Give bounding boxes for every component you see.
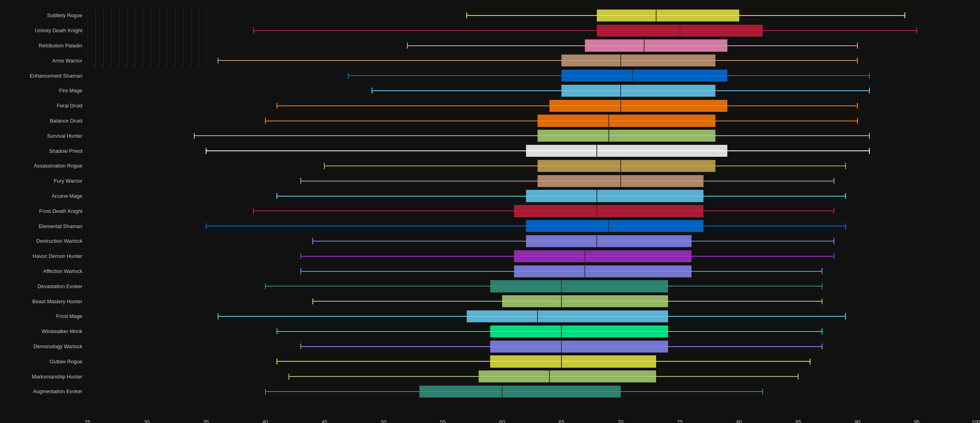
box-rect [514, 265, 692, 277]
median-line [502, 386, 503, 398]
y-label: Frost Death Knight [0, 203, 86, 218]
y-label: Elemental Shaman [0, 218, 86, 234]
median-line [608, 115, 609, 127]
median-line [608, 130, 609, 142]
whisker-cap [288, 374, 289, 380]
whisker-cap [218, 313, 218, 319]
whisker-cap [857, 103, 858, 109]
y-label: Fire Mage [0, 83, 86, 98]
y-label: Demonology Warlock [0, 339, 86, 354]
whisker-cap [372, 88, 372, 94]
x-axis-tick: 90 [855, 419, 860, 423]
y-label: Marksmanship Hunter [0, 369, 86, 384]
box-rect [514, 205, 703, 217]
whisker-cap [194, 133, 195, 139]
whisker-line [253, 30, 917, 31]
median-line [596, 190, 597, 202]
x-axis-tick: 55 [440, 419, 446, 423]
y-label: Augmentation Evoker [0, 384, 86, 399]
box-rect [526, 220, 704, 232]
y-label: Fury Warrior [0, 173, 86, 189]
whisker-cap [265, 283, 266, 289]
x-axis-tick: 35 [203, 419, 208, 423]
y-labels: Subtlety RogueUnholy Death KnightRetribu… [0, 8, 86, 399]
whisker-line [218, 60, 858, 61]
whisker-cap [312, 238, 313, 244]
whisker-cap [857, 43, 858, 49]
median-line [620, 175, 621, 187]
box-rect [419, 386, 621, 398]
x-axis-tick: 25 [85, 419, 90, 423]
whisker-cap [869, 133, 870, 139]
median-line [620, 85, 621, 97]
whisker-line [194, 135, 869, 136]
y-label: Retribution Paladin [0, 38, 86, 53]
whisker-cap [822, 343, 822, 349]
box-rect [561, 55, 715, 66]
box-rect [538, 130, 715, 142]
y-label: Destruction Warlock [0, 234, 86, 249]
whisker-cap [206, 223, 207, 229]
box-rect [490, 280, 668, 292]
x-axis-tick: 100 [972, 419, 980, 423]
median-line [596, 145, 597, 157]
box-rect [526, 145, 727, 157]
y-label: Havoc Demon Hunter [0, 249, 86, 264]
x-axis-tick: 60 [499, 419, 505, 423]
whisker-cap [869, 148, 870, 154]
whisker-cap [822, 328, 822, 334]
box-rect [490, 355, 656, 367]
whisker-cap [324, 163, 325, 169]
whisker-cap [277, 328, 277, 334]
x-axis-tick: 70 [618, 419, 623, 423]
box-rect [538, 115, 715, 127]
median-line [620, 55, 621, 66]
median-line [644, 39, 645, 51]
whisker-cap [845, 193, 846, 199]
whisker-cap [834, 238, 834, 244]
box-rect [490, 326, 668, 337]
median-line [596, 205, 597, 217]
x-axis-tick: 95 [914, 419, 920, 423]
box-rect [561, 85, 715, 97]
y-label: Subtlety Rogue [0, 8, 86, 23]
x-axis-tick: 85 [795, 419, 801, 423]
median-line [537, 310, 538, 322]
whisker-cap [300, 343, 301, 349]
median-line [561, 355, 562, 367]
median-line [632, 70, 633, 82]
median-line [680, 25, 680, 37]
median-line [549, 370, 550, 382]
whisker-cap [845, 163, 846, 169]
whisker-cap [218, 58, 218, 64]
whisker-cap [822, 298, 822, 304]
chart-area: Subtlety RogueUnholy Death KnightRetribu… [88, 8, 976, 399]
whisker-cap [810, 359, 810, 365]
whisker-cap [466, 12, 467, 18]
whisker-cap [822, 283, 822, 289]
x-axis-tick: 40 [262, 419, 268, 423]
median-line [561, 326, 562, 337]
whisker-cap [834, 208, 834, 214]
median-line [584, 250, 585, 262]
box-rows [88, 8, 976, 399]
whisker-cap [834, 253, 834, 259]
y-label: Shadow Priest [0, 143, 86, 158]
whisker-cap [277, 193, 277, 199]
y-label: Frost Mage [0, 309, 86, 324]
whisker-cap [407, 43, 408, 49]
whisker-cap [206, 148, 207, 154]
y-label: Enhancement Shaman [0, 68, 86, 83]
y-label: Outlaw Rogue [0, 354, 86, 369]
x-axis-tick: 50 [381, 419, 386, 423]
median-line [620, 100, 621, 112]
box-rect [597, 10, 739, 21]
box-rect [467, 310, 668, 322]
whisker-cap [253, 208, 254, 214]
whisker-cap [300, 178, 301, 184]
box-rect [514, 250, 692, 262]
box-rect [490, 341, 668, 353]
y-label: Feral Druid [0, 98, 86, 113]
whisker-cap [869, 88, 870, 94]
x-axis-tick: 80 [736, 419, 742, 423]
